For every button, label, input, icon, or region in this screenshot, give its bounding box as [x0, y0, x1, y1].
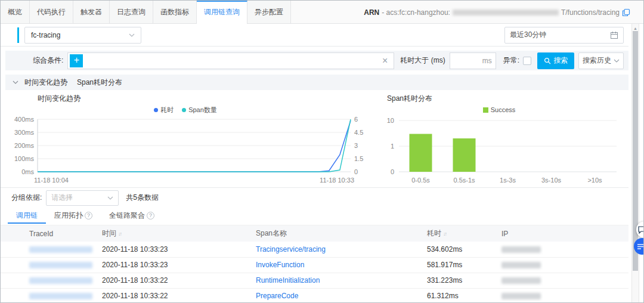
table-row: 2020-11-18 10:33:23Tracingservice/tracin… [1, 242, 628, 257]
svg-text:>10s: >10s [587, 177, 602, 184]
legend-dot [154, 108, 158, 112]
traceid-redacted[interactable] [29, 277, 92, 284]
legend-item[interactable]: Span数量 [182, 106, 217, 115]
table-row: 2020-11-18 10:33:22PrepareCode61.312ms [1, 288, 628, 303]
svg-text:0ms: 0ms [21, 168, 34, 175]
ms-suffix: ms [482, 57, 492, 65]
ip-redacted [501, 277, 541, 284]
svg-text:10: 10 [387, 117, 394, 124]
chevron-down-icon [129, 33, 135, 37]
column-header[interactable]: 时间↓↑ [95, 225, 249, 242]
clear-icon[interactable]: × [376, 53, 394, 69]
time-range-picker[interactable]: 最近30分钟 [504, 27, 624, 44]
condition-input[interactable]: + × [67, 52, 394, 69]
subtab-aggregation[interactable]: 全链路聚合? [101, 208, 163, 224]
legend-label: 耗时 [160, 106, 174, 115]
search-history-label: 搜索历史 [583, 55, 611, 66]
search-button-label: 搜索 [554, 55, 568, 66]
svg-text:400ms: 400ms [14, 116, 35, 123]
legend-square [483, 107, 488, 113]
svg-text:4.5: 4.5 [354, 129, 363, 136]
ip-redacted [501, 246, 541, 253]
span-name-link[interactable]: PrepareCode [256, 292, 298, 300]
copy-icon[interactable] [622, 8, 630, 17]
dist-bar-chart: 10100-0.5s0.5s-1s1s-3s3s-10s>10s [370, 115, 628, 184]
duration-cell: 331.223ms [420, 273, 494, 288]
time-cell: 2020-11-18 10:33:23 [95, 242, 249, 257]
function-select-value: fc-tracing [31, 31, 129, 39]
tab-item[interactable]: 调用链查询 [197, 1, 247, 24]
traceid-redacted[interactable] [29, 246, 92, 253]
tab-bar: 概览代码执行触发器日志查询函数指标调用链查询异步配置ARN - acs:fc:c… [1, 1, 643, 24]
subtab-trace-list[interactable]: 调用链 [8, 208, 46, 224]
legend-item[interactable]: 耗时 [154, 106, 174, 115]
main-content: fc-tracing 最近30分钟 综合条件: + × 耗时大于 (ms) ms… [1, 24, 628, 303]
legend-label: Span数量 [188, 106, 217, 115]
ip-redacted [501, 293, 541, 299]
subtab-label: 全链路聚合 [109, 208, 145, 224]
column-header: TraceId [1, 225, 95, 242]
trend-chart-title: 时间变化趋势 [7, 94, 364, 104]
exception-checkbox[interactable] [523, 57, 531, 65]
collapse-caret-icon [13, 81, 18, 84]
svg-text:0.5s-1s: 0.5s-1s [453, 177, 475, 184]
vertical-scrollbar[interactable]: ▲ [631, 24, 639, 302]
trend-line-chart: 400ms6300ms4.5200ms3100ms1.50ms011-18 10… [7, 115, 364, 184]
duration-cell: 581.917ms [420, 257, 494, 273]
help-icon[interactable]: ? [147, 212, 154, 219]
dist-chart-legend: Success [370, 105, 628, 115]
svg-text:100ms: 100ms [14, 155, 35, 162]
svg-text:11-18 10:04: 11-18 10:04 [34, 177, 69, 184]
span-name-link[interactable]: RuntimeInitialization [256, 276, 320, 285]
search-button[interactable]: 搜索 [537, 52, 574, 69]
column-header[interactable]: 耗时↓↑ [420, 225, 494, 242]
tab-item[interactable]: 概览 [1, 1, 30, 24]
subtab-topology[interactable]: 应用拓扑? [46, 208, 101, 224]
tab-item[interactable]: 触发器 [73, 1, 110, 24]
legend-label: Success [491, 106, 516, 113]
tab-item[interactable]: 异步配置 [247, 1, 291, 24]
exception-label: 异常: [503, 55, 519, 66]
charts-panel: 时间变化趋势 耗时Span数量 400ms6300ms4.5200ms3100m… [1, 90, 628, 187]
feedback-icon [637, 225, 644, 234]
table-row: 2020-11-18 10:33:23InvokeFunction581.917… [1, 257, 628, 273]
svg-text:1s-3s: 1s-3s [500, 177, 516, 184]
charts-section-header[interactable]: 时间变化趋势 Span耗时分布 [5, 75, 628, 90]
svg-text:0-0.5s: 0-0.5s [411, 177, 430, 184]
group-by-placeholder: 请选择 [51, 193, 107, 203]
scrollbar-thumb[interactable] [633, 31, 638, 271]
add-condition-button[interactable]: + [70, 54, 83, 67]
scroll-up-icon[interactable]: ▲ [632, 24, 639, 30]
table-row: 2020-11-18 10:33:22RuntimeInitialization… [1, 273, 628, 288]
traceid-redacted[interactable] [29, 262, 92, 268]
calendar-icon [610, 31, 618, 39]
table-header-row: TraceId时间↓↑Span名称耗时↓↑IP [1, 225, 628, 242]
tab-item[interactable]: 函数指标 [153, 1, 197, 24]
tab-item[interactable]: 日志查询 [110, 1, 153, 24]
ip-redacted [501, 262, 541, 268]
traceid-redacted[interactable] [29, 293, 92, 299]
svg-text:3s-10s: 3s-10s [541, 177, 562, 184]
svg-text:200ms: 200ms [14, 142, 35, 149]
duration-input[interactable]: ms [450, 52, 496, 69]
span-name-link[interactable]: Tracingservice/tracing [256, 245, 326, 253]
search-history-button[interactable]: 搜索历史 [578, 52, 624, 69]
search-icon [544, 57, 551, 64]
arn-prefix: - acs:fc:cn-hangzhou: [382, 8, 450, 17]
group-by-label: 分组依据: [11, 193, 42, 203]
svg-text:3: 3 [354, 142, 358, 149]
function-select[interactable]: fc-tracing [24, 27, 141, 44]
condition-label: 综合条件: [33, 55, 63, 66]
subtab-label: 应用拓扑 [54, 208, 83, 224]
group-by-row: 分组依据: 请选择 共5条数据 [1, 188, 628, 208]
sort-icon[interactable]: ↓↑ [118, 231, 121, 237]
sort-icon[interactable]: ↓↑ [443, 231, 446, 237]
legend-item[interactable]: Success [483, 106, 516, 113]
tab-item[interactable]: 代码执行 [30, 1, 73, 24]
record-count: 共5条数据 [126, 193, 159, 203]
span-name-link[interactable]: InvokeFunction [256, 261, 304, 269]
help-icon[interactable]: ? [85, 212, 92, 219]
trace-table: TraceId时间↓↑Span名称耗时↓↑IP 2020-11-18 10:33… [1, 225, 628, 303]
group-by-select[interactable]: 请选择 [46, 190, 119, 206]
svg-text:6: 6 [354, 116, 358, 123]
